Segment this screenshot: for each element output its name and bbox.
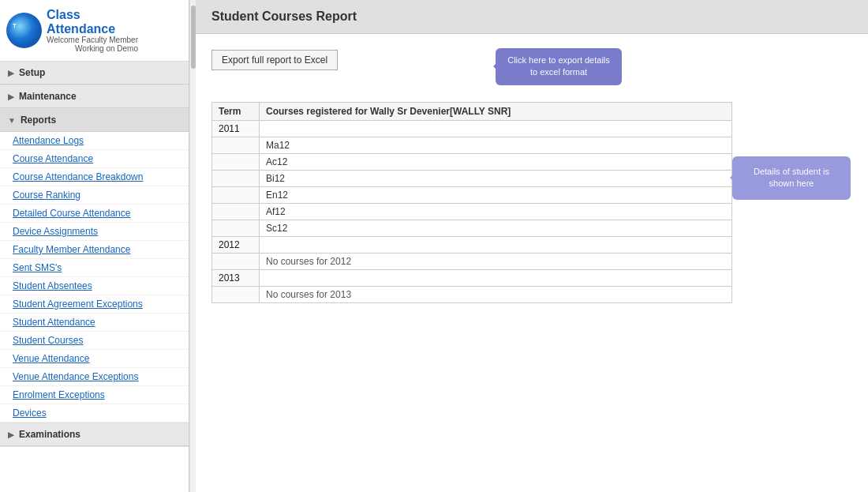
term-cell [212, 137, 260, 154]
course-cell [260, 121, 732, 137]
table-row: No courses for 2013 [212, 287, 732, 303]
term-cell [212, 220, 260, 237]
app-title-text: Class Attendance Welcome Faculty Member … [47, 8, 138, 53]
sidebar-item-course-ranking[interactable]: Course Ranking [0, 186, 189, 205]
nav-section-examinations: ▶ Examinations [0, 423, 189, 447]
sidebar-item-student-absentees[interactable]: Student Absentees [0, 277, 189, 295]
sidebar-scrollbar[interactable] [189, 0, 196, 492]
export-tooltip-text: Click here to export details to excel fo… [507, 55, 610, 77]
nav-section-reports: ▼ Reports Attendance Logs Course Attenda… [0, 109, 189, 423]
sidebar-item-devices[interactable]: Devices [0, 404, 189, 423]
maintenance-group-header[interactable]: ▶ Maintenance [0, 85, 189, 108]
sidebar-item-attendance-logs[interactable]: Attendance Logs [0, 132, 189, 150]
sidebar-item-course-attendance[interactable]: Course Attendance [0, 150, 189, 168]
table-row: No courses for 2012 [212, 254, 732, 270]
term-cell [212, 204, 260, 220]
term-cell [212, 171, 260, 187]
table-row: 2011 [212, 121, 732, 137]
term-cell [212, 187, 260, 204]
setup-arrow-icon: ▶ [8, 69, 14, 77]
sidebar-item-course-attendance-breakdown[interactable]: Course Attendance Breakdown [0, 168, 189, 186]
details-tooltip: Details of student is shown here [732, 156, 851, 200]
sidebar-item-venue-attendance[interactable]: Venue Attendance [0, 350, 189, 368]
term-cell: 2011 [212, 121, 260, 137]
term-cell [212, 254, 260, 270]
course-cell: Bi12 [260, 171, 732, 187]
course-cell: No courses for 2012 [260, 254, 732, 270]
details-tooltip-text: Details of student is shown here [754, 167, 829, 188]
term-cell: 2012 [212, 237, 260, 254]
col-term: Term [212, 103, 260, 121]
scrollbar-thumb[interactable] [191, 6, 196, 69]
maintenance-label: Maintenance [19, 91, 77, 102]
courses-report-table: Term Courses registered for Wally Sr Dev… [211, 102, 732, 303]
table-row: Bi12 [212, 171, 732, 187]
course-cell: No courses for 2013 [260, 287, 732, 303]
course-cell: Af12 [260, 204, 732, 220]
reports-arrow-icon: ▼ [8, 116, 16, 125]
maintenance-arrow-icon: ▶ [8, 92, 14, 101]
sidebar-item-sent-sms[interactable]: Sent SMS's [0, 259, 189, 277]
course-cell: En12 [260, 187, 732, 204]
sidebar-item-faculty-member-attendance[interactable]: Faculty Member Attendance [0, 241, 189, 259]
course-cell: Ac12 [260, 154, 732, 171]
table-row: 2012 [212, 237, 732, 254]
nav-section-maintenance: ▶ Maintenance [0, 85, 189, 109]
page-title: Student Courses Report [196, 0, 868, 34]
reports-nav-items: Attendance Logs Course Attendance Course… [0, 132, 189, 423]
sidebar: T Class Attendance Welcome Faculty Membe… [0, 0, 189, 492]
export-excel-button[interactable]: Export full report to Excel [211, 50, 338, 70]
content-area: Export full report to Excel Click here t… [196, 34, 868, 492]
term-cell [212, 287, 260, 303]
sidebar-item-student-courses[interactable]: Student Courses [0, 332, 189, 350]
app-subtitle: Attendance [47, 22, 138, 36]
app-title: Class [47, 8, 138, 22]
welcome-text: Welcome Faculty Member Working on Demo [47, 36, 138, 53]
course-cell [260, 270, 732, 287]
export-tooltip: Click here to export details to excel fo… [496, 48, 622, 85]
table-row: Sc12 [212, 220, 732, 237]
main-content: Student Courses Report Export full repor… [196, 0, 868, 492]
col-courses: Courses registered for Wally Sr Devenier… [260, 103, 732, 121]
setup-group-header[interactable]: ▶ Setup [0, 62, 189, 85]
table-row: En12 [212, 187, 732, 204]
sidebar-item-enrolment-exceptions[interactable]: Enrolment Exceptions [0, 386, 189, 404]
reports-group-header[interactable]: ▼ Reports [0, 109, 189, 132]
sidebar-item-venue-attendance-exceptions[interactable]: Venue Attendance Exceptions [0, 368, 189, 386]
examinations-label: Examinations [19, 429, 80, 440]
app-header: T Class Attendance Welcome Faculty Membe… [0, 0, 189, 62]
examinations-group-header[interactable]: ▶ Examinations [0, 423, 189, 446]
course-cell [260, 237, 732, 254]
reports-label: Reports [21, 115, 56, 126]
sidebar-item-device-assignments[interactable]: Device Assignments [0, 223, 189, 241]
setup-label: Setup [19, 67, 45, 78]
sidebar-item-detailed-course-attendance[interactable]: Detailed Course Attendance [0, 205, 189, 223]
app-logo: T [6, 13, 42, 48]
examinations-arrow-icon: ▶ [8, 430, 14, 439]
nav-section-setup: ▶ Setup [0, 62, 189, 85]
term-cell: 2013 [212, 270, 260, 287]
sidebar-item-student-attendance[interactable]: Student Attendance [0, 314, 189, 332]
term-cell [212, 154, 260, 171]
course-cell: Ma12 [260, 137, 732, 154]
table-row: 2013 [212, 270, 732, 287]
table-header-row: Term Courses registered for Wally Sr Dev… [212, 103, 732, 121]
table-row: Af12 [212, 204, 732, 220]
course-cell: Sc12 [260, 220, 732, 237]
table-row: Ac12 [212, 154, 732, 171]
table-row: Ma12 [212, 137, 732, 154]
sidebar-item-student-agreement-exceptions[interactable]: Student Agreement Exceptions [0, 295, 189, 314]
